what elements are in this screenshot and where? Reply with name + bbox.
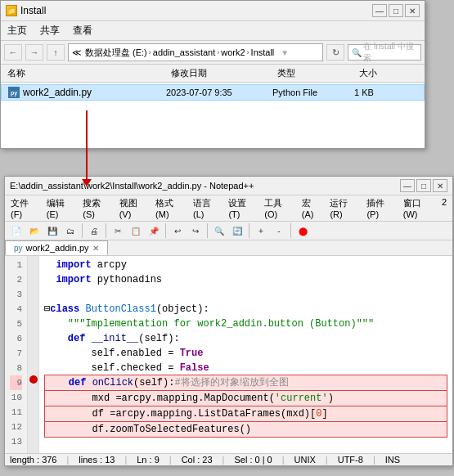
col-date[interactable]: 修改日期 — [164, 67, 271, 79]
folder-icon: 📁 — [6, 5, 17, 16]
new-file-btn[interactable]: 📄 — [8, 223, 25, 238]
save-all-btn[interactable]: 🗂 — [62, 223, 79, 238]
maximize-button[interactable]: □ — [389, 4, 403, 17]
refresh-button[interactable]: ↻ — [326, 44, 344, 61]
menu-num[interactable]: 2 — [439, 196, 449, 220]
explorer-window: 📁 Install — □ ✕ 主页 共享 查看 ← → ↑ ≪ 数据处理盘 (… — [0, 0, 425, 149]
breadcrumb-addin: addin_assistant — [153, 47, 215, 57]
menu-view[interactable]: 视图(V) — [117, 196, 148, 220]
cut-btn[interactable]: ✂ — [110, 223, 126, 238]
status-encoding: UTF-8 — [338, 455, 363, 465]
menu-share[interactable]: 共享 — [37, 23, 63, 38]
code-line-4: ⊟class ButtonClass1(object): — [44, 302, 447, 317]
copy-btn[interactable]: 📋 — [128, 223, 144, 238]
status-ln: Ln : 9 — [137, 455, 160, 465]
print-btn[interactable]: 🖨 — [86, 223, 102, 238]
file-date: 2023-07-07 9:35 — [166, 88, 272, 97]
code-editor[interactable]: 1 2 3 4 5 6 7 8 9 10 11 12 13 import arc… — [5, 256, 452, 453]
find-btn[interactable]: 🔍 — [211, 223, 227, 238]
line-num-13: 13 — [10, 434, 22, 449]
open-btn[interactable]: 📂 — [26, 223, 43, 238]
replace-btn[interactable]: 🔄 — [229, 223, 245, 238]
zoom-out-btn[interactable]: - — [271, 223, 287, 238]
code-line-1: import arcpy — [44, 258, 447, 272]
line-num-11: 11 — [10, 405, 22, 420]
notepad-title: E:\addin_assistant\work2\Install\work2_a… — [10, 181, 254, 191]
status-ins: INS — [385, 455, 400, 465]
file-name: work2_addin.py — [23, 87, 166, 98]
breadcrumb-sep3: › — [247, 48, 249, 56]
title-bar-controls: — □ ✕ — [372, 4, 420, 17]
save-btn[interactable]: 💾 — [44, 223, 61, 238]
menu-search[interactable]: 搜索(S) — [80, 196, 111, 220]
toolbar-sep1 — [82, 223, 83, 238]
tab-label: work2_addin.py — [26, 243, 89, 253]
file-header: 名称 修改日期 类型 大小 — [1, 65, 425, 83]
address-path: 数据处理盘 (E:) › addin_assistant › work2 › I… — [85, 47, 274, 59]
menu-settings[interactable]: 设置(T) — [226, 196, 257, 220]
breadcrumb-work2: work2 — [221, 47, 245, 57]
file-row[interactable]: py work2_addin.py 2023-07-07 9:35 Python… — [1, 84, 425, 101]
file-type: Python File — [272, 88, 354, 97]
menu-view[interactable]: 查看 — [70, 23, 96, 38]
notepad-minimize[interactable]: — — [400, 179, 415, 192]
code-line-8: self.checked = False — [44, 361, 447, 375]
close-button[interactable]: ✕ — [405, 4, 420, 17]
forward-button[interactable]: → — [25, 44, 43, 61]
sync-scroll-btn[interactable]: ⬤ — [294, 223, 311, 238]
menu-format[interactable]: 格式(M) — [153, 196, 186, 220]
menu-macro[interactable]: 宏(A) — [299, 196, 323, 220]
file-size: 1 KB — [354, 88, 403, 97]
tab-close-btn[interactable]: ✕ — [92, 244, 99, 253]
address-refresh: ▼ — [281, 48, 289, 57]
menu-home[interactable]: 主页 — [4, 23, 30, 38]
breakpoint-marker — [29, 375, 38, 384]
tab-py-icon: py — [14, 244, 23, 253]
explorer-toolbar: ← → ↑ ≪ 数据处理盘 (E:) › addin_assistant › w… — [1, 41, 425, 65]
notepad-toolbar: 📄 📂 💾 🗂 🖨 ✂ 📋 📌 ↩ ↪ 🔍 🔄 + - ⬤ — [5, 222, 452, 240]
menu-tools[interactable]: 工具(O) — [262, 196, 294, 220]
toolbar-sep6 — [290, 223, 291, 238]
title-bar-left: 📁 Install — [6, 5, 46, 16]
line-num-9: 9 — [10, 375, 22, 390]
left-margin — [28, 256, 39, 453]
col-type[interactable]: 类型 — [271, 67, 353, 79]
notepad-maximize[interactable]: □ — [416, 179, 431, 192]
menu-edit[interactable]: 编辑(E) — [44, 196, 75, 220]
address-icon: ≪ — [72, 47, 82, 58]
menu-plugins[interactable]: 插件(P) — [364, 196, 395, 220]
status-sel: Sel : 0 | 0 — [234, 455, 272, 465]
arrow-indicator — [86, 110, 88, 180]
python-file-icon: py — [8, 87, 20, 98]
line-numbers: 1 2 3 4 5 6 7 8 9 10 11 12 13 — [5, 256, 28, 453]
menu-window[interactable]: 窗口(W) — [401, 196, 434, 220]
col-size[interactable]: 大小 — [353, 67, 402, 79]
minimize-button[interactable]: — — [372, 4, 387, 17]
redo-btn[interactable]: ↪ — [187, 223, 204, 238]
col-name[interactable]: 名称 — [1, 67, 164, 79]
line-num-1: 1 — [10, 258, 22, 272]
notepad-menu-bar: 文件(F) 编辑(E) 搜索(S) 视图(V) 格式(M) 语言(L) 设置(T… — [5, 195, 452, 222]
toolbar-sep2 — [106, 223, 106, 238]
notepad-window: E:\addin_assistant\work2\Install\work2_a… — [4, 176, 453, 466]
undo-btn[interactable]: ↩ — [169, 223, 186, 238]
up-button[interactable]: ↑ — [47, 44, 65, 61]
back-button[interactable]: ← — [4, 44, 22, 61]
line-num-2: 2 — [10, 272, 22, 287]
paste-btn[interactable]: 📌 — [146, 223, 162, 238]
notepad-close[interactable]: ✕ — [433, 179, 447, 192]
search-box[interactable]: 🔍 在 Install 中搜索 — [348, 44, 421, 61]
code-content[interactable]: import arcpy import pythonadins ⊟class B… — [39, 256, 452, 453]
tab-bar: py work2_addin.py ✕ — [5, 240, 452, 256]
menu-file[interactable]: 文件(F) — [8, 196, 39, 220]
menu-lang[interactable]: 语言(L) — [191, 196, 221, 220]
status-col: Col : 23 — [182, 455, 213, 465]
active-tab[interactable]: py work2_addin.py ✕ — [5, 240, 108, 255]
menu-run[interactable]: 运行(R) — [327, 196, 359, 220]
breadcrumb-sep1: › — [149, 48, 151, 56]
line-num-10: 10 — [10, 390, 22, 405]
line-num-3: 3 — [10, 287, 22, 302]
code-line-3 — [44, 287, 447, 302]
zoom-in-btn[interactable]: + — [253, 223, 269, 238]
address-bar[interactable]: ≪ 数据处理盘 (E:) › addin_assistant › work2 ›… — [68, 43, 323, 61]
